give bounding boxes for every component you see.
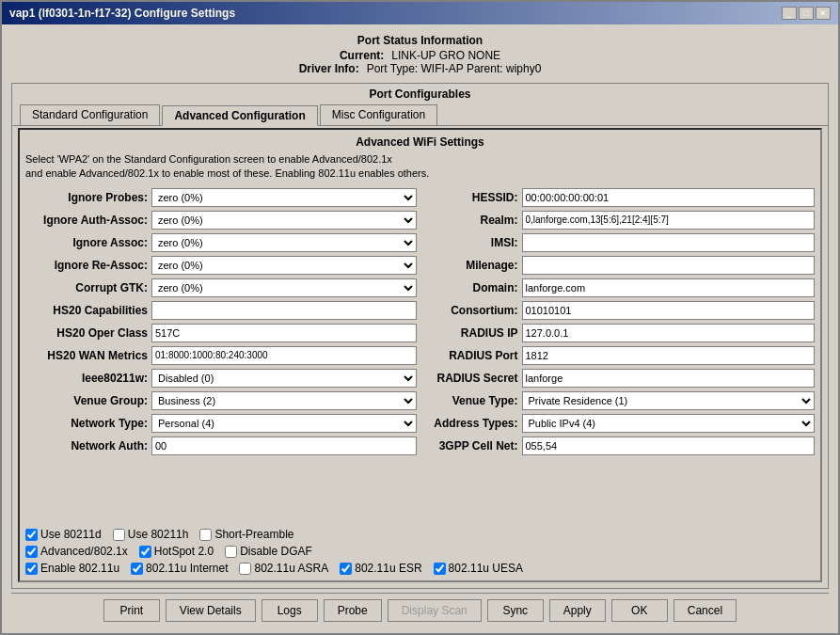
radius-ip-input[interactable] (522, 324, 816, 342)
realm-row: Realm: (424, 210, 816, 230)
realm-input[interactable] (522, 211, 816, 230)
consortium-row: Consortium: (424, 300, 816, 321)
ignore-assoc-select[interactable]: zero (0%) (151, 233, 417, 252)
corrupt-gtk-select[interactable]: zero (0%) (151, 278, 417, 297)
advanced-wifi-title: Advanced WiFi Settings (25, 135, 815, 149)
ignore-re-assoc-input[interactable]: zero (0%) (152, 257, 416, 274)
802-11u-internet-label: 802.11u Internet (146, 562, 228, 575)
802-11u-uesa-checkbox[interactable] (434, 563, 446, 575)
radius-port-row: RADIUS Port (424, 345, 816, 366)
use-80211h-item[interactable]: Use 80211h (113, 528, 189, 541)
802-11u-asra-checkbox[interactable] (239, 563, 251, 575)
hs20-capabilities-input[interactable] (151, 301, 417, 320)
close-button[interactable]: ✕ (816, 7, 831, 20)
ok-button[interactable]: OK (611, 599, 668, 622)
enable-802-11u-checkbox[interactable] (25, 563, 38, 575)
consortium-input[interactable] (522, 301, 816, 320)
port-configurables-title: Port Configurables (12, 84, 828, 104)
ieee80211w-label: Ieee80211w: (25, 372, 148, 385)
venue-group-select[interactable]: Business (2) (151, 391, 417, 410)
address-types-input[interactable]: Public IPv4 (4) (523, 415, 815, 432)
tab-misc-configuration[interactable]: Misc Configuration (320, 104, 437, 125)
minimize-button[interactable]: _ (782, 7, 797, 20)
disable-dgaf-label: Disable DGAF (240, 545, 312, 558)
radius-secret-input[interactable] (522, 369, 816, 388)
network-auth-label: Network Auth: (25, 439, 148, 452)
apply-button[interactable]: Apply (549, 599, 606, 622)
corrupt-gtk-input[interactable]: zero (0%) (152, 279, 416, 296)
venue-group-input[interactable]: Business (2) (152, 392, 416, 409)
short-preamble-checkbox[interactable] (199, 529, 212, 541)
ignore-probes-row: Ignore Probes: zero (0%) (25, 187, 417, 208)
hs20-wan-metrics-input[interactable] (151, 346, 417, 365)
current-value: LINK-UP GRO NONE (391, 49, 500, 62)
imsi-input[interactable] (522, 233, 816, 252)
short-preamble-item[interactable]: Short-Preamble (199, 528, 293, 541)
802-11u-internet-item[interactable]: 802.11u Internet (131, 562, 228, 575)
use-80211d-item[interactable]: Use 80211d (25, 528, 102, 541)
hessid-row: HESSID: (424, 187, 816, 208)
milenage-input[interactable] (522, 256, 816, 275)
ieee80211w-select[interactable]: Disabled (0) (151, 369, 417, 388)
ieee80211w-input[interactable]: Disabled (0) (152, 370, 416, 387)
network-auth-input[interactable] (151, 437, 417, 455)
use-80211d-checkbox[interactable] (25, 529, 38, 541)
802-11u-asra-label: 802.11u ASRA (254, 562, 328, 575)
802-11u-esr-checkbox[interactable] (340, 563, 352, 575)
hessid-input[interactable] (522, 188, 816, 207)
hessid-label: HESSID: (424, 191, 518, 204)
logs-button[interactable]: Logs (262, 599, 318, 622)
display-scan-button[interactable]: Display Scan (388, 599, 482, 622)
current-label: Current: (340, 49, 384, 62)
driver-label: Driver Info: (299, 62, 359, 75)
ignore-re-assoc-select[interactable]: zero (0%) (151, 256, 417, 275)
802-11u-esr-item[interactable]: 802.11u ESR (340, 562, 421, 575)
domain-input[interactable] (522, 278, 816, 297)
802-11u-asra-item[interactable]: 802.11u ASRA (239, 562, 328, 575)
hs20-oper-class-input[interactable] (151, 324, 417, 342)
cancel-button[interactable]: Cancel (674, 599, 737, 622)
venue-type-input[interactable]: Private Residence (1) (523, 392, 815, 409)
802-11u-uesa-item[interactable]: 802.11u UESA (434, 562, 523, 575)
disable-dgaf-checkbox[interactable] (225, 546, 237, 558)
tab-standard-configuration[interactable]: Standard Configuration (20, 104, 160, 125)
maximize-button[interactable]: □ (799, 7, 814, 20)
ignore-auth-assoc-select[interactable]: zero (0%) (151, 211, 417, 230)
network-type-input[interactable]: Personal (4) (152, 415, 416, 432)
network-type-row: Network Type: Personal (4) (25, 413, 417, 434)
802-11u-internet-checkbox[interactable] (131, 563, 143, 575)
domain-label: Domain: (424, 281, 518, 294)
view-details-button[interactable]: View Details (166, 599, 256, 622)
disable-dgaf-item[interactable]: Disable DGAF (225, 545, 312, 558)
radius-ip-row: RADIUS IP (424, 323, 816, 343)
consortium-label: Consortium: (424, 304, 518, 317)
use-80211h-checkbox[interactable] (113, 529, 125, 541)
ignore-probes-input[interactable]: zero (0%) (152, 189, 416, 206)
ignore-assoc-input[interactable]: zero (0%) (152, 234, 416, 251)
advanced-802-1x-item[interactable]: Advanced/802.1x (25, 545, 128, 558)
enable-802-11u-label: Enable 802.11u (40, 562, 119, 575)
left-column: Ignore Probes: zero (0%) Ignore Auth-Ass… (25, 187, 417, 524)
corrupt-gtk-label: Corrupt GTK: (25, 281, 148, 294)
venue-type-select[interactable]: Private Residence (1) (522, 391, 816, 410)
tab-advanced-configuration[interactable]: Advanced Configuration (162, 105, 317, 126)
hotspot-2-item[interactable]: HotSpot 2.0 (139, 545, 214, 558)
hotspot-2-label: HotSpot 2.0 (154, 545, 214, 558)
ignore-assoc-row: Ignore Assoc: zero (0%) (25, 232, 417, 253)
hotspot-2-checkbox[interactable] (139, 546, 151, 558)
network-type-select[interactable]: Personal (4) (151, 414, 417, 433)
bottom-bar: Print View Details Logs Probe Display Sc… (11, 593, 829, 627)
radius-port-label: RADIUS Port (424, 349, 518, 362)
address-types-select[interactable]: Public IPv4 (4) (522, 414, 816, 433)
ignore-probes-select[interactable]: zero (0%) (151, 188, 417, 207)
title-bar-buttons: _ □ ✕ (782, 7, 831, 20)
print-button[interactable]: Print (103, 599, 160, 622)
3gpp-cell-net-input[interactable] (522, 437, 816, 455)
ignore-auth-assoc-input[interactable]: zero (0%) (152, 212, 416, 229)
window-title: vap1 (lf0301-1n-f17-32) Configure Settin… (9, 7, 235, 20)
radius-port-input[interactable] (522, 346, 816, 365)
sync-button[interactable]: Sync (487, 599, 544, 622)
probe-button[interactable]: Probe (324, 599, 382, 622)
advanced-802-1x-checkbox[interactable] (25, 546, 38, 558)
enable-802-11u-item[interactable]: Enable 802.11u (25, 562, 119, 575)
